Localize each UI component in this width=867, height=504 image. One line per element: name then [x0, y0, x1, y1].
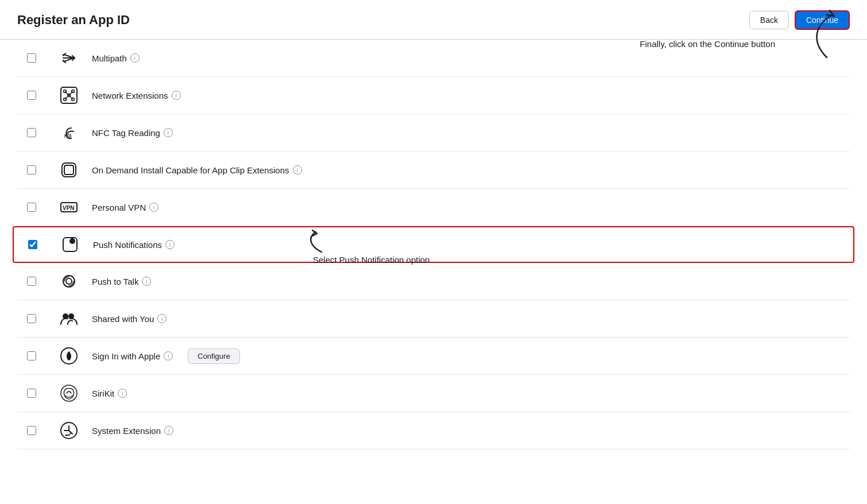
checkbox-cell-on-demand[interactable]: [17, 165, 46, 175]
checkbox-cell-sirikit[interactable]: [17, 389, 46, 398]
label-vpn: Personal VPN: [92, 203, 146, 212]
multipath-icon: [59, 48, 79, 68]
capability-row-network-extensions: Network Extensions i: [17, 77, 850, 114]
push-notifications-icon: [60, 234, 80, 255]
icon-cell-system-extension: [46, 420, 92, 441]
page-title: Register an App ID: [17, 13, 130, 28]
svg-line-8: [65, 95, 69, 99]
label-cell-vpn: Personal VPN i: [92, 203, 850, 212]
label-system-extension: System Extension: [92, 426, 161, 436]
checkbox-cell-sign-in-apple[interactable]: [17, 351, 46, 360]
icon-cell-sign-in-apple: [46, 346, 92, 366]
info-icon-vpn[interactable]: i: [149, 203, 158, 212]
label-cell-sirikit: SiriKit i: [92, 389, 850, 398]
label-sirikit: SiriKit: [92, 389, 114, 398]
system-extension-icon: [59, 420, 79, 441]
page-header: Register an App ID Back Continue: [0, 0, 867, 40]
vpn-icon: VPN: [59, 197, 79, 218]
capability-row-push-to-talk: Push to Talk i: [17, 263, 850, 300]
checkbox-cell-multipath[interactable]: [17, 53, 46, 63]
capability-row-multipath: Multipath i: [17, 40, 850, 77]
capabilities-list: Multipath i: [0, 40, 867, 449]
back-button[interactable]: Back: [749, 11, 789, 29]
sirikit-icon: [59, 383, 79, 404]
checkbox-network-extensions[interactable]: [27, 91, 36, 100]
info-icon-on-demand[interactable]: i: [293, 165, 302, 175]
checkbox-cell-push-notifications[interactable]: [18, 240, 47, 249]
svg-rect-12: [64, 165, 73, 175]
capability-row-sirikit: SiriKit i: [17, 375, 850, 412]
checkbox-cell-network-extensions[interactable]: [17, 91, 46, 100]
label-nfc: NFC Tag Reading: [92, 128, 160, 138]
network-extensions-icon: [59, 85, 79, 106]
page-container: Register an App ID Back Continue Finally…: [0, 0, 867, 504]
label-shared-with-you: Shared with You: [92, 314, 154, 324]
capability-row-system-extension: System Extension i: [17, 412, 850, 449]
label-cell-multipath: Multipath i: [92, 53, 850, 63]
info-icon-shared-with-you[interactable]: i: [157, 314, 167, 323]
checkbox-on-demand[interactable]: [27, 165, 36, 175]
label-cell-system-extension: System Extension i: [92, 426, 850, 436]
svg-line-9: [69, 95, 73, 99]
info-icon-system-extension[interactable]: i: [164, 426, 173, 435]
icon-cell-shared-with-you: [46, 308, 92, 329]
checkbox-sirikit[interactable]: [27, 389, 36, 398]
continue-button[interactable]: Continue: [795, 10, 850, 30]
capability-row-on-demand: On Demand Install Capable for App Clip E…: [17, 152, 850, 189]
label-cell-on-demand: On Demand Install Capable for App Clip E…: [92, 165, 850, 175]
svg-line-6: [65, 91, 69, 95]
info-icon-network-extensions[interactable]: i: [172, 91, 181, 100]
svg-point-18: [66, 278, 72, 284]
label-network-extensions: Network Extensions: [92, 91, 168, 100]
header-buttons: Back Continue: [749, 10, 850, 30]
label-multipath: Multipath: [92, 53, 127, 63]
capability-row-push-notifications: Push Notifications i: [13, 226, 854, 263]
label-cell-nfc: NFC Tag Reading i: [92, 128, 850, 138]
checkbox-shared-with-you[interactable]: [27, 314, 36, 323]
svg-point-22: [68, 352, 70, 354]
svg-point-16: [69, 238, 75, 244]
label-on-demand: On Demand Install Capable for App Clip E…: [92, 165, 289, 175]
sign-in-apple-icon: [59, 346, 79, 366]
icon-cell-network-extensions: [46, 85, 92, 106]
info-icon-sign-in-apple[interactable]: i: [164, 351, 173, 360]
capability-row-vpn: VPN Personal VPN i: [17, 189, 850, 226]
info-icon-multipath[interactable]: i: [130, 53, 140, 63]
capability-row-sign-in-apple: Sign In with Apple i Configure: [17, 338, 850, 375]
checkbox-cell-vpn[interactable]: [17, 203, 46, 212]
svg-text:N)): N)): [64, 133, 72, 139]
icon-cell-vpn: VPN: [46, 197, 92, 218]
icon-cell-on-demand: [46, 160, 92, 180]
label-sign-in-apple: Sign In with Apple: [92, 351, 160, 361]
checkbox-push-notifications[interactable]: [28, 240, 37, 249]
checkbox-cell-shared-with-you[interactable]: [17, 314, 46, 323]
configure-button-sign-in-apple[interactable]: Configure: [188, 348, 239, 364]
svg-point-17: [63, 276, 75, 287]
checkbox-cell-system-extension[interactable]: [17, 426, 46, 435]
svg-text:VPN: VPN: [63, 205, 75, 211]
checkbox-cell-nfc[interactable]: [17, 128, 46, 137]
checkbox-push-to-talk[interactable]: [27, 277, 36, 286]
info-icon-push-to-talk[interactable]: i: [142, 277, 151, 286]
label-cell-sign-in-apple: Sign In with Apple i Configure: [92, 348, 850, 364]
checkbox-system-extension[interactable]: [27, 426, 36, 435]
icon-cell-push-notifications: [47, 234, 93, 255]
label-push-to-talk: Push to Talk: [92, 277, 138, 286]
label-push-notifications: Push Notifications: [93, 240, 162, 250]
info-icon-push-notifications[interactable]: i: [165, 240, 175, 249]
shared-with-you-icon: [59, 308, 79, 329]
info-icon-nfc[interactable]: i: [164, 128, 173, 137]
checkbox-cell-push-to-talk[interactable]: [17, 277, 46, 286]
svg-line-7: [69, 91, 73, 95]
checkbox-vpn[interactable]: [27, 203, 36, 212]
checkbox-sign-in-apple[interactable]: [27, 351, 36, 360]
label-cell-network-extensions: Network Extensions i: [92, 91, 850, 100]
checkbox-nfc[interactable]: [27, 128, 36, 137]
checkbox-multipath[interactable]: [27, 53, 36, 63]
nfc-icon: N)): [59, 122, 79, 143]
label-cell-shared-with-you: Shared with You i: [92, 314, 850, 324]
info-icon-sirikit[interactable]: i: [118, 389, 127, 398]
push-to-talk-icon: [59, 271, 79, 292]
capability-row-nfc: N)) NFC Tag Reading i: [17, 114, 850, 152]
label-cell-push-to-talk: Push to Talk i: [92, 277, 850, 286]
